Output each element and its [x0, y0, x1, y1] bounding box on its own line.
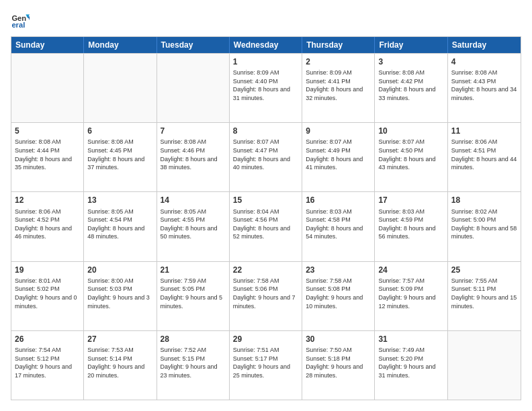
- cell-text: Sunrise: 8:05 AM: [87, 208, 152, 216]
- day-number: 10: [378, 126, 443, 136]
- calendar-cell: 15Sunrise: 8:04 AMSunset: 4:56 PMDayligh…: [230, 192, 302, 261]
- cell-text: Daylight: 8 hours and 48 minutes.: [87, 224, 152, 241]
- cell-text: Sunset: 5:03 PM: [87, 285, 152, 293]
- day-number: 8: [233, 126, 298, 136]
- cell-text: Sunset: 4:59 PM: [378, 216, 443, 224]
- cell-text: Daylight: 8 hours and 34 minutes.: [451, 85, 517, 102]
- calendar-cell: 20Sunrise: 8:00 AMSunset: 5:03 PMDayligh…: [84, 262, 157, 330]
- calendar-cell: [84, 54, 157, 122]
- cell-text: Daylight: 9 hours and 23 minutes.: [161, 363, 226, 379]
- calendar-cell: 21Sunrise: 7:59 AMSunset: 5:05 PMDayligh…: [157, 262, 230, 330]
- day-number: 27: [87, 334, 152, 345]
- day-number: 22: [233, 265, 298, 275]
- day-number: 23: [306, 265, 371, 275]
- cell-text: Daylight: 8 hours and 32 minutes.: [306, 85, 371, 102]
- calendar-cell: 13Sunrise: 8:05 AMSunset: 4:54 PMDayligh…: [84, 192, 157, 261]
- day-number: 25: [451, 265, 517, 275]
- cell-text: Daylight: 8 hours and 58 minutes.: [451, 224, 517, 241]
- cell-text: Sunset: 5:12 PM: [15, 355, 80, 363]
- cell-text: Sunrise: 7:57 AM: [378, 277, 443, 285]
- cell-text: Sunset: 5:02 PM: [15, 285, 80, 293]
- cell-text: Sunrise: 7:54 AM: [15, 346, 80, 355]
- calendar-week: 5Sunrise: 8:08 AMSunset: 4:44 PMDaylight…: [11, 122, 521, 191]
- cell-text: Sunrise: 7:52 AM: [161, 346, 226, 355]
- cell-text: Daylight: 9 hours and 15 minutes.: [451, 293, 517, 310]
- calendar-cell: 16Sunrise: 8:03 AMSunset: 4:58 PMDayligh…: [302, 192, 375, 261]
- cell-text: Daylight: 8 hours and 43 minutes.: [378, 155, 443, 172]
- header: Gen eral: [11, 11, 521, 30]
- calendar-cell: 24Sunrise: 7:57 AMSunset: 5:09 PMDayligh…: [375, 262, 447, 330]
- calendar-cell: 25Sunrise: 7:55 AMSunset: 5:11 PMDayligh…: [448, 262, 521, 330]
- cell-text: Daylight: 9 hours and 28 minutes.: [306, 363, 371, 379]
- day-number: 15: [233, 195, 298, 205]
- cell-text: Sunset: 4:52 PM: [15, 216, 80, 224]
- cell-text: Daylight: 8 hours and 56 minutes.: [378, 224, 443, 241]
- day-number: 31: [378, 334, 443, 345]
- cell-text: Sunrise: 7:53 AM: [87, 346, 152, 355]
- cell-text: Sunrise: 8:02 AM: [451, 208, 517, 216]
- day-number: 28: [161, 334, 226, 345]
- calendar-cell: 26Sunrise: 7:54 AMSunset: 5:12 PMDayligh…: [11, 331, 84, 400]
- cell-text: Sunset: 5:00 PM: [451, 216, 517, 224]
- cell-text: Sunrise: 8:04 AM: [233, 208, 298, 216]
- day-number: 2: [306, 56, 371, 67]
- page: Gen eral SundayMondayTuesdayWednesdayThu…: [0, 0, 532, 411]
- day-number: 3: [378, 56, 443, 67]
- calendar-week: 26Sunrise: 7:54 AMSunset: 5:12 PMDayligh…: [11, 330, 521, 400]
- cell-text: Daylight: 8 hours and 31 minutes.: [233, 85, 298, 102]
- cell-text: Sunrise: 8:09 AM: [233, 68, 298, 77]
- cell-text: Sunrise: 8:08 AM: [87, 138, 152, 146]
- cell-text: Sunset: 4:51 PM: [451, 146, 517, 155]
- cell-text: Sunset: 4:58 PM: [306, 216, 371, 224]
- cell-text: Daylight: 9 hours and 20 minutes.: [87, 363, 152, 379]
- calendar-cell: 2Sunrise: 8:09 AMSunset: 4:41 PMDaylight…: [302, 54, 375, 122]
- calendar-cell: 8Sunrise: 8:07 AMSunset: 4:47 PMDaylight…: [230, 123, 302, 191]
- cell-text: Sunrise: 8:03 AM: [306, 208, 371, 216]
- cell-text: Daylight: 9 hours and 7 minutes.: [233, 293, 298, 310]
- calendar-cell: 3Sunrise: 8:08 AMSunset: 4:42 PMDaylight…: [375, 54, 447, 122]
- day-number: 21: [161, 265, 226, 275]
- day-number: 14: [161, 195, 226, 205]
- cell-text: Daylight: 9 hours and 31 minutes.: [378, 363, 443, 379]
- cell-text: Daylight: 8 hours and 46 minutes.: [15, 224, 80, 241]
- cell-text: Daylight: 8 hours and 41 minutes.: [306, 155, 371, 172]
- cell-text: Daylight: 8 hours and 33 minutes.: [378, 85, 443, 102]
- calendar-cell: [11, 54, 84, 122]
- calendar-cell: 1Sunrise: 8:09 AMSunset: 4:40 PMDaylight…: [230, 54, 302, 122]
- day-number: 16: [306, 195, 371, 205]
- calendar-cell: 23Sunrise: 7:58 AMSunset: 5:08 PMDayligh…: [302, 262, 375, 330]
- calendar-body: 1Sunrise: 8:09 AMSunset: 4:40 PMDaylight…: [11, 53, 521, 400]
- cell-text: Sunset: 5:11 PM: [451, 285, 517, 293]
- calendar: SundayMondayTuesdayWednesdayThursdayFrid…: [11, 36, 521, 400]
- calendar-cell: 10Sunrise: 8:07 AMSunset: 4:50 PMDayligh…: [375, 123, 447, 191]
- cell-text: Daylight: 8 hours and 37 minutes.: [87, 155, 152, 172]
- calendar-header-cell: Monday: [84, 37, 157, 53]
- day-number: 12: [15, 195, 80, 205]
- cell-text: Daylight: 9 hours and 17 minutes.: [15, 363, 80, 379]
- cell-text: Sunrise: 8:08 AM: [161, 138, 226, 146]
- cell-text: Sunset: 4:54 PM: [87, 216, 152, 224]
- cell-text: Sunrise: 7:55 AM: [451, 277, 517, 285]
- cell-text: Sunrise: 8:07 AM: [306, 138, 371, 146]
- cell-text: Sunset: 4:40 PM: [233, 77, 298, 86]
- day-number: 7: [161, 126, 226, 136]
- cell-text: Sunset: 4:46 PM: [161, 146, 226, 155]
- calendar-cell: 29Sunrise: 7:51 AMSunset: 5:17 PMDayligh…: [230, 331, 302, 400]
- day-number: 19: [15, 265, 80, 275]
- cell-text: Sunrise: 7:50 AM: [306, 346, 371, 355]
- cell-text: Sunset: 4:45 PM: [87, 146, 152, 155]
- day-number: 6: [87, 126, 152, 136]
- logo: Gen eral: [11, 11, 32, 30]
- cell-text: Sunrise: 8:00 AM: [87, 277, 152, 285]
- calendar-cell: [448, 331, 521, 400]
- cell-text: Daylight: 9 hours and 25 minutes.: [233, 363, 298, 379]
- cell-text: Daylight: 8 hours and 50 minutes.: [161, 224, 226, 241]
- cell-text: Sunrise: 8:08 AM: [451, 68, 517, 77]
- cell-text: Sunset: 5:06 PM: [233, 285, 298, 293]
- cell-text: Sunset: 5:18 PM: [306, 355, 371, 363]
- calendar-header-cell: Friday: [375, 37, 447, 53]
- cell-text: Daylight: 9 hours and 12 minutes.: [378, 293, 443, 310]
- calendar-header-cell: Sunday: [11, 37, 84, 53]
- cell-text: Sunset: 5:08 PM: [306, 285, 371, 293]
- calendar-cell: 9Sunrise: 8:07 AMSunset: 4:49 PMDaylight…: [302, 123, 375, 191]
